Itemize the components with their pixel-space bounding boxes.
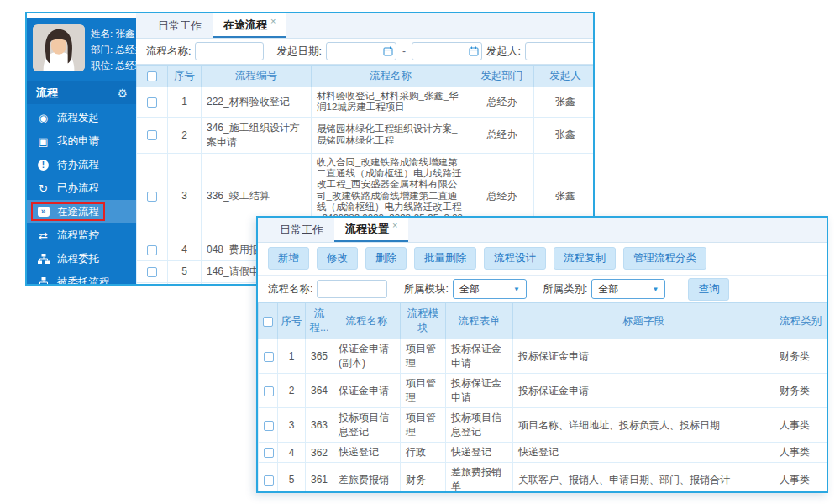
toolbar-button[interactable]: 修改	[317, 247, 358, 270]
date-from-wrap	[326, 42, 396, 60]
cell-form: 快递登记	[446, 443, 513, 463]
row-checkbox[interactable]	[264, 352, 274, 362]
col-header-category: 流程类别	[774, 303, 827, 339]
sidebar-section-header: 流程 ⚙	[27, 81, 136, 104]
tab-in-transit[interactable]: 在途流程 ×	[213, 13, 286, 38]
cell-no: 5	[278, 463, 306, 492]
cell-title-fields: 关联客户、报销人、申请日期、部门、报销合计	[513, 463, 774, 492]
sidebar-item-done-processes[interactable]: ↻ 已办流程	[27, 176, 136, 200]
calendar-icon	[469, 46, 479, 56]
window2-tabbar: 日常工作 流程设置 ×	[258, 218, 827, 243]
close-icon[interactable]: ×	[270, 16, 276, 26]
initiator-label: 发起人:	[486, 45, 521, 59]
podcast-icon: ◉	[36, 111, 50, 124]
category-select[interactable]: 全部 ▼	[591, 279, 665, 299]
window1-tabbar: 日常工作 在途流程 ×	[136, 13, 593, 39]
row-checkbox[interactable]	[147, 97, 157, 108]
cell-dept: 总经办	[470, 87, 534, 118]
cell-title-fields: 快递登记	[513, 443, 774, 463]
sidebar-item-my-applications[interactable]: ▣ 我的申请	[27, 129, 136, 153]
cell-title-fields: 项目名称、详细地址、投标负责人、投标日期	[513, 408, 774, 443]
cell-name: 晟铭园林绿化工程组织设计方案_晟铭园林绿化工程	[312, 117, 470, 153]
toolbar-button[interactable]: 流程设计	[484, 247, 546, 270]
sidebar-item-in-transit-processes[interactable]: » 在途流程	[27, 200, 136, 223]
col-header-name: 流程名称	[312, 66, 470, 87]
cell-module: 行政	[401, 443, 446, 463]
gear-icon[interactable]: ⚙	[117, 87, 128, 100]
toolbar-button[interactable]: 流程复制	[554, 247, 616, 270]
cell-dept: 总经办	[470, 117, 534, 153]
table-body: 1 365 保证金申请 (副本) 项目管理 投标保证金申请 投标保证金申请 财务…	[259, 339, 827, 492]
row-checkbox[interactable]	[147, 130, 157, 140]
table-row[interactable]: 1 365 保证金申请 (副本) 项目管理 投标保证金申请 投标保证金申请 财务…	[259, 339, 827, 374]
cell-module: 项目管理	[401, 408, 446, 443]
cell-code: 361	[306, 463, 333, 492]
row-checkbox[interactable]	[264, 421, 274, 431]
sidebar-item-todo-processes[interactable]: ! 待办流程	[27, 153, 136, 176]
initiator-input[interactable]	[525, 42, 593, 60]
col-header-person: 发起人	[534, 66, 594, 87]
chevron-down-icon: ▼	[513, 286, 520, 293]
cell-form: 投标保证金申请	[446, 374, 513, 408]
cell-name: 快递登记	[333, 443, 401, 463]
row-checkbox[interactable]	[147, 267, 157, 277]
alert-circle-icon: !	[36, 158, 50, 171]
sidebar-section-title: 流程	[36, 86, 58, 101]
window2-main: 日常工作 流程设置 × 新增 修改 删除 批量删除 流程设计 流程复制 管理流程…	[258, 218, 827, 491]
cell-no: 5	[168, 260, 202, 282]
row-checkbox[interactable]	[264, 386, 274, 396]
toolbar-button[interactable]: 管理流程分类	[623, 247, 706, 270]
window1-filter-row: 流程名称: 发起日期: - 发起人:	[136, 39, 593, 65]
cell-form: 差旅费报销单	[446, 463, 513, 492]
tab-process-settings[interactable]: 流程设置 ×	[334, 218, 408, 242]
table-row[interactable]: 2 364 保证金申请 项目管理 投标保证金申请 投标保证金申请 财务类	[259, 374, 827, 408]
row-checkbox[interactable]	[264, 475, 274, 486]
toolbar-button[interactable]: 新增	[268, 247, 309, 270]
tab-daily-work[interactable]: 日常工作	[147, 13, 213, 38]
table-row[interactable]: 4 362 快递登记 行政 快递登记 快递登记 人事类	[259, 443, 827, 463]
cell-code: 222_材料验收登记	[202, 87, 312, 118]
tab-daily-work-2[interactable]: 日常工作	[269, 218, 334, 242]
select-all-header-2	[259, 303, 278, 339]
query-button[interactable]: 查询	[688, 278, 729, 301]
module-select[interactable]: 全部 ▼	[453, 279, 527, 299]
sidebar-item-process-monitor[interactable]: ⇄ 流程监控	[27, 223, 136, 247]
table-row[interactable]: 3 363 投标项目信息登记 项目管理 投标项目信息登记 项目名称、详细地址、投…	[259, 408, 827, 443]
sidebar-item-delegated-processes[interactable]: 被委托流程	[27, 270, 136, 284]
row-checkbox[interactable]	[264, 448, 274, 458]
process-name-input-2[interactable]	[317, 280, 387, 298]
redo-icon: ↻	[36, 181, 50, 195]
date-to-wrap	[412, 42, 482, 60]
sidebar-item-process-start[interactable]: ◉ 流程发起	[27, 106, 136, 129]
col-header-no: 序号	[168, 66, 202, 87]
sitemap-icon	[36, 252, 50, 265]
row-checkbox[interactable]	[147, 245, 157, 255]
select-all-checkbox[interactable]	[147, 71, 157, 81]
sync-icon: ⇄	[36, 228, 50, 242]
select-all-checkbox[interactable]	[263, 317, 273, 327]
cell-no: 2	[168, 117, 202, 153]
col-header-no-2: 序号	[278, 303, 306, 339]
cell-category: 人事类	[774, 463, 827, 492]
toolbar-button[interactable]: 批量删除	[414, 247, 476, 270]
table-row[interactable]: 5 361 差旅费报销 财务 差旅费报销单 关联客户、报销人、申请日期、部门、报…	[259, 463, 827, 492]
table-row[interactable]: 1 222_材料验收登记 材料验收登记_材料采购_张鑫_华润12城房建工程项目 …	[137, 87, 594, 118]
table-row[interactable]: 2 346_施工组织设计方案申请 晟铭园林绿化工程组织设计方案_晟铭园林绿化工程…	[137, 117, 594, 153]
profile-position: 职位: 总经理	[91, 58, 136, 74]
sitemap-icon	[36, 276, 50, 284]
toolbar-button[interactable]: 删除	[365, 247, 407, 270]
cell-module: 项目管理	[401, 374, 446, 408]
process-name-input[interactable]	[195, 42, 264, 60]
cell-no: 6	[168, 282, 202, 284]
in-progress-icon: »	[36, 205, 50, 218]
cell-code: 346_施工组织设计方案申请	[202, 117, 312, 153]
module-label: 所属模块:	[403, 282, 448, 297]
cell-name: 保证金申请 (副本)	[333, 339, 401, 374]
avatar	[33, 24, 85, 71]
start-date-label: 发起日期:	[276, 45, 321, 59]
cell-code: 362	[306, 443, 333, 463]
profile-name: 姓名: 张鑫	[91, 26, 136, 42]
sidebar-item-process-delegate[interactable]: 流程委托	[27, 247, 136, 270]
close-icon[interactable]: ×	[392, 220, 397, 230]
row-checkbox[interactable]	[147, 192, 157, 202]
